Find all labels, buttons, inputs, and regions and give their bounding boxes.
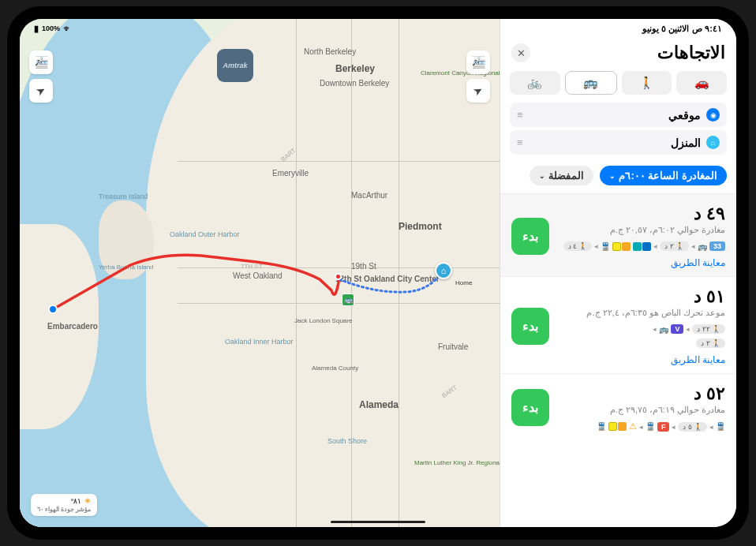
walk-icon: 🚶 bbox=[639, 76, 654, 90]
departure-time-button[interactable]: المغادرة الساعة ٦:٠٠م ⌄ bbox=[600, 166, 727, 185]
bus-badge: F bbox=[657, 422, 670, 432]
train-icon: 🚆 bbox=[597, 422, 606, 431]
map-label: Downtown Berkeley bbox=[320, 79, 389, 88]
map-label: Oakland Outer Harbor bbox=[170, 230, 217, 238]
tab-transit[interactable]: 🚌 bbox=[565, 71, 617, 95]
reorder-icon[interactable]: ≡ bbox=[517, 136, 523, 148]
clock-time: ٩:٤١ ص bbox=[692, 24, 722, 34]
screen-content: ٩:٤١ ص الاثنين ٥ يونيو ᯤ 100% ▮ الاتجاها… bbox=[20, 19, 736, 527]
map-label: West Oakland bbox=[233, 271, 283, 280]
from-location-row[interactable]: ◉ موقعي ≡ bbox=[510, 103, 727, 127]
route-subtitle: موعد تحرك الباص هو ٦:٣٥م، ٢٢,٤ ج.م bbox=[559, 308, 725, 318]
tab-car[interactable]: 🚗 bbox=[676, 71, 727, 95]
warning-icon: ⚠ bbox=[629, 421, 637, 432]
to-label: المنزل bbox=[671, 136, 701, 149]
map-label: Emeryville bbox=[272, 169, 309, 178]
route-card[interactable]: ٤٩ د مغادرة حوالي ٦:٠٢م، ٢٠,٥٧ ج.م 33 🚌 … bbox=[500, 194, 736, 277]
bus-badge: V bbox=[671, 324, 683, 334]
home-icon: ⌂ bbox=[706, 136, 720, 149]
map-view[interactable]: North Berkeley Berkeley Downtown Berkele… bbox=[20, 19, 500, 527]
home-indicator[interactable] bbox=[331, 521, 425, 524]
ipad-frame: ٩:٤١ ص الاثنين ٥ يونيو ᯤ 100% ▮ الاتجاها… bbox=[7, 6, 749, 540]
preferences-button[interactable]: المفضلة ⌄ bbox=[530, 166, 593, 185]
status-time-area: ٩:٤١ ص الاثنين ٥ يونيو bbox=[642, 24, 722, 34]
go-button[interactable]: بدء bbox=[511, 308, 549, 345]
map-label: Martin Luther King Jr. Regional Shorelin… bbox=[414, 459, 477, 466]
map-label: Oakland Inner Harbor bbox=[225, 338, 272, 346]
map-label: Embarcadero bbox=[47, 322, 98, 331]
map-label: Alameda County bbox=[312, 365, 358, 372]
amtrak-badge[interactable]: Amtrak bbox=[217, 49, 253, 82]
clock-date: الاثنين ٥ يونيو bbox=[642, 24, 689, 34]
map-label: MacArthur bbox=[351, 191, 387, 200]
aqi-label: مؤشر جودة الهواء ٦٠ bbox=[37, 506, 91, 513]
status-indicators: ᯤ 100% ▮ bbox=[34, 24, 72, 34]
preview-route-link[interactable]: معاينة الطريق bbox=[559, 354, 725, 365]
close-icon: ✕ bbox=[517, 47, 526, 59]
chevron-down-icon: ⌄ bbox=[609, 172, 616, 180]
weather-badge[interactable]: ☀ ٨١° مؤشر جودة الهواء ٦٠ bbox=[31, 494, 97, 516]
wifi-icon: ᯤ bbox=[63, 24, 72, 33]
map-label-12st: 12th St Oakland City Center bbox=[335, 275, 422, 283]
map-label: Piedmont bbox=[399, 221, 442, 232]
route-card[interactable]: ٥١ د موعد تحرك الباص هو ٦:٣٥م، ٢٢,٤ ج.م … bbox=[500, 277, 736, 374]
route-duration: ٤٩ د bbox=[559, 204, 725, 224]
locate-me-button[interactable]: ➤ bbox=[466, 79, 490, 103]
route-duration: ٥١ د bbox=[559, 286, 725, 307]
tab-walk[interactable]: 🚶 bbox=[622, 71, 672, 95]
destination-marker bbox=[48, 305, 58, 314]
train-icon: 🚆 bbox=[716, 422, 725, 431]
reorder-icon[interactable]: ≡ bbox=[517, 109, 523, 121]
route-subtitle: مغادرة حوالي ٦:١٩م، ٢٩,٧٥ ج.م bbox=[559, 405, 725, 415]
bike-icon: 🚲 bbox=[527, 76, 542, 90]
transit-stop-icon: 🚌 bbox=[342, 294, 354, 306]
preview-route-link[interactable]: معاينة الطريق bbox=[559, 257, 725, 268]
transit-icon: 🚌 bbox=[583, 76, 598, 90]
sun-icon: ☀ bbox=[84, 497, 91, 506]
from-label: موقعي bbox=[668, 109, 701, 122]
close-button[interactable]: ✕ bbox=[511, 43, 530, 62]
map-label: 7TH ST bbox=[241, 263, 263, 270]
map-label: Fruitvale bbox=[438, 342, 468, 351]
route-steps: 🚶٢٢ د ◂ V 🚌 ◂ bbox=[559, 324, 725, 334]
page-title: الاتجاهات bbox=[657, 43, 725, 63]
temperature: ٨١° bbox=[71, 497, 82, 506]
status-bar: ٩:٤١ ص الاثنين ٥ يونيو ᯤ 100% ▮ bbox=[20, 19, 736, 36]
map-label: Jack London Square bbox=[294, 317, 352, 324]
amtrak-label: Amtrak bbox=[223, 62, 247, 69]
transit-layer-button[interactable]: 🚈 bbox=[466, 50, 490, 74]
directions-panel: الاتجاهات ✕ 🚲 🚌 🚶 🚗 ◉ موقعي ≡ bbox=[500, 19, 736, 527]
car-icon: 🚗 bbox=[694, 76, 709, 90]
route-steps: 🚆 ◂ 🚶٥ د ◂ F 🚆 ◂ ⚠ 🚆 bbox=[559, 421, 725, 432]
tab-bike[interactable]: 🚲 bbox=[510, 71, 560, 95]
map-label: North Berkeley bbox=[304, 47, 356, 56]
map-label: Alameda bbox=[359, 399, 399, 410]
map-controls-left: 🚈 ➤ bbox=[29, 50, 53, 103]
transit-layer-button[interactable]: 🚈 bbox=[29, 50, 53, 74]
route-steps: 33 🚌 ◂ 🚶٢ د ◂ 🚆 ◂ 🚶٤ د bbox=[559, 241, 725, 251]
chevron-down-icon: ⌄ bbox=[539, 172, 545, 180]
map-label: Treasure Island bbox=[99, 193, 148, 200]
routes-list: ٤٩ د مغادرة حوالي ٦:٠٢م، ٢٠,٥٧ ج.م 33 🚌 … bbox=[500, 193, 736, 527]
map-label: South Shore bbox=[327, 437, 367, 445]
battery-icon: ▮ bbox=[34, 24, 39, 34]
map-label: Yerba Buena Island bbox=[99, 264, 138, 271]
route-subtitle: مغادرة حوالي ٦:٠٢م، ٢٠,٥٧ ج.م bbox=[559, 225, 725, 235]
go-button[interactable]: بدء bbox=[511, 218, 549, 255]
home-marker[interactable]: ⌂ bbox=[435, 262, 452, 279]
bus-icon: 🚌 bbox=[698, 242, 707, 251]
locate-me-button[interactable]: ➤ bbox=[29, 79, 53, 103]
transport-mode-tabs: 🚲 🚌 🚶 🚗 bbox=[500, 68, 736, 98]
to-location-row[interactable]: ⌂ المنزل ≡ bbox=[510, 130, 727, 155]
bus-icon: 🚌 bbox=[659, 325, 668, 334]
transit-icon: 🚈 bbox=[472, 56, 485, 69]
depart-label: المغادرة الساعة ٦:٠٠م bbox=[619, 170, 717, 181]
location-arrow-icon: ➤ bbox=[471, 83, 485, 99]
route-duration: ٥٢ د bbox=[559, 383, 725, 404]
train-icon: 🚆 bbox=[646, 422, 655, 431]
route-card[interactable]: ٥٢ د مغادرة حوالي ٦:١٩م، ٢٩,٧٥ ج.م 🚆 ◂ 🚶… bbox=[500, 374, 736, 439]
go-button[interactable]: بدء bbox=[511, 389, 549, 426]
map-label: Home bbox=[455, 279, 472, 286]
transit-icon: 🚈 bbox=[35, 56, 48, 69]
map-label: Berkeley bbox=[335, 63, 375, 74]
